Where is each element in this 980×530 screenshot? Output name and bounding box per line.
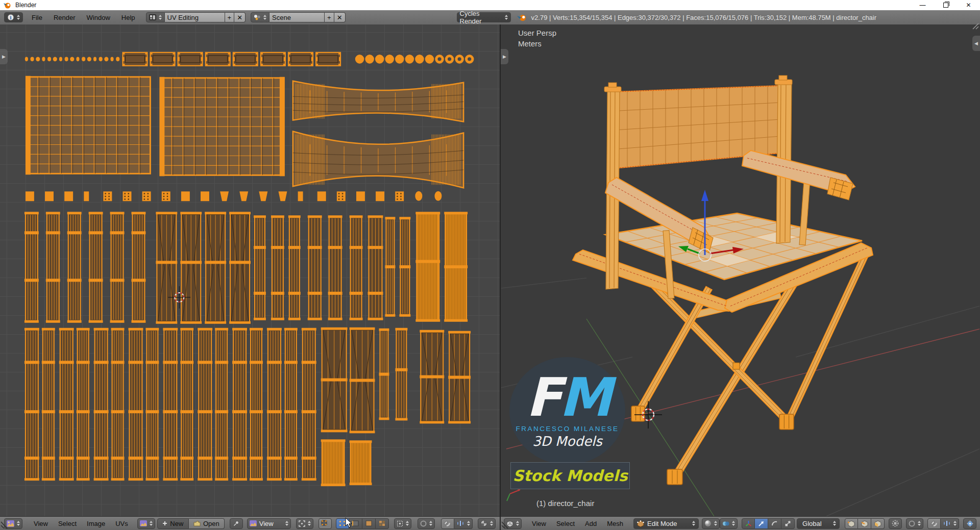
- minimize-button[interactable]: —: [911, 0, 934, 10]
- scene-icon-button[interactable]: [251, 12, 270, 22]
- viewport-3d: User Persp Meters F M FRANCESCO MILANESE…: [501, 24, 980, 530]
- sticky-selection-selector[interactable]: [394, 518, 411, 529]
- uv-snap-toggle[interactable]: [441, 518, 454, 529]
- uv-select-mode-face[interactable]: [362, 518, 376, 529]
- orientation-selector[interactable]: Global: [797, 518, 840, 529]
- close-button[interactable]: ✕: [957, 0, 980, 10]
- updown-arrows-icon: [406, 521, 409, 526]
- active-object-label: (1) director_chair: [536, 499, 594, 508]
- toolshelf-expand-arrow[interactable]: ▶: [501, 49, 508, 64]
- region-resize-grip[interactable]: [501, 521, 508, 529]
- uv-menu-select[interactable]: Select: [53, 520, 82, 527]
- pin-button[interactable]: [230, 518, 243, 529]
- uv-menu-view[interactable]: View: [29, 520, 53, 527]
- axis-tripod-icon: [745, 520, 752, 527]
- watermark-initial-m: M: [559, 376, 609, 419]
- screen-layout-icon-button[interactable]: [146, 12, 165, 22]
- info-editor-button[interactable]: i: [4, 12, 23, 22]
- sphere-checker-icon: [480, 520, 487, 527]
- watermark-tagline: 3D Models: [532, 434, 602, 449]
- v3d-menu-mesh[interactable]: Mesh: [602, 520, 628, 527]
- view-name-label: User Persp: [518, 29, 556, 37]
- render-engine-value: Cycles Render: [460, 10, 502, 25]
- mode-selector[interactable]: Edit Mode: [633, 518, 699, 529]
- proportional-edit-icon: [420, 520, 427, 527]
- updown-arrows-icon: [429, 521, 432, 526]
- render-engine-selector[interactable]: Cycles Render: [457, 12, 511, 22]
- occlude-geometry-button[interactable]: [889, 518, 902, 529]
- screen-layout-selector[interactable]: UV Editing: [165, 12, 225, 22]
- uv-menu-uvs[interactable]: UVs: [110, 520, 133, 527]
- menu-help[interactable]: Help: [116, 14, 141, 21]
- uv-select-mode-island[interactable]: [376, 518, 389, 529]
- draw-other-objects-selector[interactable]: [478, 518, 496, 529]
- workspace: ▶ View Select Image UVs: [0, 24, 980, 530]
- pivot-center-icon: [299, 520, 305, 527]
- menu-render[interactable]: Render: [48, 14, 81, 21]
- uv-panel-expand-arrow[interactable]: ▶: [0, 49, 8, 64]
- plus-icon: [162, 521, 167, 526]
- uv-menu-image[interactable]: Image: [82, 520, 110, 527]
- mesh-select-vertex-button[interactable]: [845, 518, 858, 529]
- uv-islands: [24, 53, 474, 486]
- uv-pivot-selector[interactable]: [296, 518, 313, 529]
- render-border-button[interactable]: [963, 518, 976, 529]
- mode-value: Edit Mode: [647, 520, 677, 527]
- manipulator-scale-button[interactable]: [781, 518, 795, 529]
- uv-editor-header: View Select Image UVs New: [0, 516, 500, 530]
- updown-arrows-icon: [953, 521, 957, 526]
- mesh-select-edge-button[interactable]: [858, 518, 871, 529]
- mouse-cursor: [345, 517, 353, 528]
- region-resize-grip[interactable]: [971, 22, 979, 31]
- updown-arrows-icon: [308, 521, 311, 526]
- properties-expand-arrow[interactable]: ◀: [972, 36, 980, 51]
- menu-window[interactable]: Window: [81, 14, 116, 21]
- pivot-point-icon: [722, 520, 729, 527]
- blender-logo-icon: [3, 2, 11, 9]
- menu-file[interactable]: File: [26, 14, 48, 21]
- manipulator-rotate-button[interactable]: [768, 518, 781, 529]
- image-icon: [250, 520, 257, 526]
- viewport-3d-canvas[interactable]: User Persp Meters F M FRANCESCO MILANESE…: [501, 24, 980, 516]
- screen-layout-icon: [149, 14, 156, 20]
- scene-selector[interactable]: Scene: [270, 12, 325, 22]
- manipulator-toggle[interactable]: [742, 518, 755, 529]
- uv-canvas-svg: [0, 24, 500, 516]
- mesh-select-face-button[interactable]: [871, 518, 885, 529]
- v3d-menu-add[interactable]: Add: [580, 520, 602, 527]
- close-layout-button[interactable]: ✕: [234, 12, 246, 22]
- updown-arrows-icon: [732, 521, 735, 526]
- uv-snap-element-selector[interactable]: [454, 518, 473, 529]
- image-browse-button[interactable]: [137, 518, 155, 529]
- v3d-proportional-edit-selector[interactable]: [906, 518, 923, 529]
- viewport-shading-selector[interactable]: [702, 518, 720, 529]
- edit-mode-icon: [637, 520, 644, 527]
- add-layout-button[interactable]: +: [225, 12, 235, 22]
- v3d-snap-toggle[interactable]: [927, 518, 941, 529]
- manipulator-translate-button[interactable]: [755, 518, 768, 529]
- sticky-selection-icon: [397, 520, 403, 527]
- updown-arrows-icon: [833, 521, 836, 526]
- uv-proportional-edit-selector[interactable]: [418, 518, 435, 529]
- rotate-arc-icon: [771, 520, 778, 527]
- window-titlebar: Blender — ✕: [0, 0, 980, 10]
- restore-button[interactable]: [934, 0, 957, 10]
- v3d-menu-select[interactable]: Select: [551, 520, 580, 527]
- new-image-button[interactable]: New: [157, 518, 189, 529]
- updown-arrows-icon: [505, 15, 508, 20]
- uv-sync-selection-button[interactable]: [318, 518, 332, 529]
- open-image-button[interactable]: Open: [189, 518, 225, 529]
- add-scene-button[interactable]: +: [325, 12, 334, 22]
- region-resize-grip[interactable]: [1, 521, 8, 529]
- updown-arrows-icon: [150, 521, 153, 526]
- image-datablock-selector[interactable]: View: [247, 518, 291, 529]
- close-scene-button[interactable]: ✕: [334, 12, 346, 22]
- v3d-menu-view[interactable]: View: [527, 520, 551, 527]
- pivot-point-selector[interactable]: [720, 518, 738, 529]
- v3d-snap-element-selector[interactable]: [941, 518, 959, 529]
- updown-arrows-icon: [285, 521, 288, 526]
- uv-image-editor: ▶ View Select Image UVs: [0, 24, 501, 530]
- face-mode-icon: [365, 520, 372, 526]
- uv-canvas[interactable]: [0, 24, 500, 516]
- snap-increment-icon: [943, 520, 951, 526]
